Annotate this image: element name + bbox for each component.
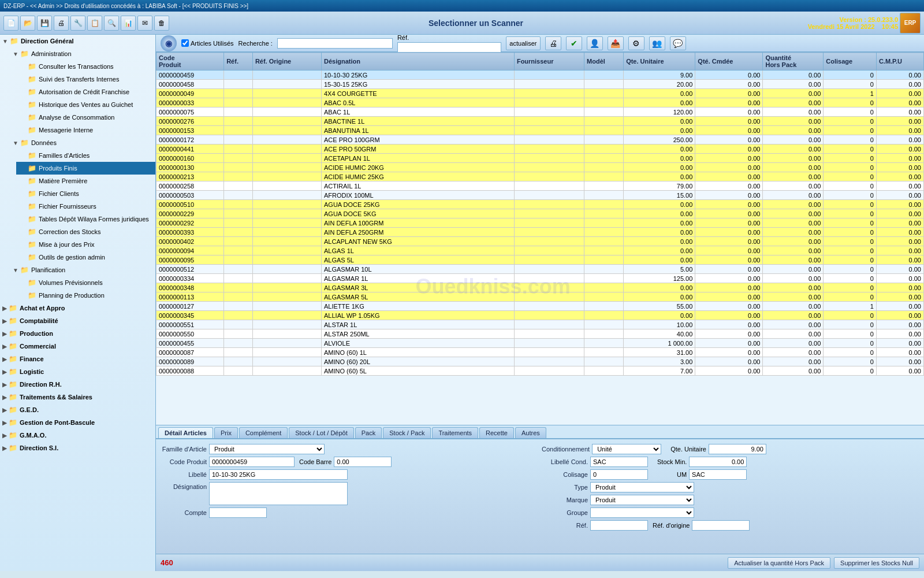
table-row[interactable]: 0000000510 AGUA DOCE 25KG 0.00 0.00 0.00… — [157, 200, 924, 209]
sidebar-item-analyse-conso[interactable]: 📁Analyse de Consommation — [16, 111, 155, 124]
qte-unitaire-input[interactable] — [709, 444, 766, 454]
code-produit-input[interactable] — [209, 457, 295, 467]
sidebar-item-familles-articles[interactable]: 📁Familles d'Articles — [16, 149, 155, 162]
actualiser-btn[interactable]: actualiser — [506, 36, 541, 50]
sidebar-item-achat-appro[interactable]: ▶ 📁 Achat et Appro — [0, 302, 155, 314]
table-row[interactable]: 0000000550 ALSTAR 250ML 40.00 0.00 0.00 … — [157, 329, 924, 339]
libelle-input[interactable] — [209, 469, 348, 480]
sidebar-item-direction-rh[interactable]: ▶ 📁 Direction R.H. — [0, 378, 155, 391]
table-row[interactable]: 0000000113 ALGASMAR 5L 0.00 0.00 0.00 0 … — [157, 292, 924, 302]
table-row[interactable]: 0000000213 ACIDE HUMIC 25KG 0.00 0.00 0.… — [157, 172, 924, 181]
col-fournisseur[interactable]: Fournisseur — [514, 53, 584, 71]
tb8[interactable]: 📊 — [121, 16, 136, 31]
tab-pack[interactable]: Pack — [355, 427, 382, 438]
person2-btn[interactable]: 👥 — [649, 36, 665, 50]
table-row[interactable]: 0000000345 ALLIAL WP 1.05KG 0.00 0.00 0.… — [157, 311, 924, 320]
table-row[interactable]: 0000000229 AGUA DOCE 5KG 0.00 0.00 0.00 … — [157, 209, 924, 218]
print-btn2[interactable]: 🖨 — [545, 36, 561, 50]
save-btn[interactable]: 💾 — [37, 16, 52, 31]
sidebar-item-traitements[interactable]: ▶ 📁 Traitements && Salaires — [0, 391, 155, 403]
sidebar-item-planning-production[interactable]: 📁Planning de Production — [16, 289, 155, 302]
sidebar-item-donnees[interactable]: ▼ 📁 Données — [8, 136, 155, 149]
table-row[interactable]: 0000000160 ACETAPLAN 1L 0.00 0.00 0.00 0… — [157, 154, 924, 163]
person-btn[interactable]: 👤 — [587, 36, 603, 50]
table-row[interactable]: 0000000402 ALCAPLANT NEW 5KG 0.00 0.00 0… — [157, 237, 924, 246]
table-row[interactable]: 0000000258 ACTIRAIL 1L 79.00 0.00 0.00 0… — [157, 181, 924, 191]
tab-prix[interactable]: Prix — [214, 427, 238, 438]
table-row[interactable]: 0000000512 ALGASMAR 10L 5.00 0.00 0.00 0… — [157, 265, 924, 274]
col-cmpu[interactable]: C.M.P.U — [876, 53, 923, 71]
config-btn[interactable]: ⚙ — [628, 36, 644, 50]
sidebar-item-gestion-pont[interactable]: ▶ 📁 Gestion de Pont-Bascule — [0, 416, 155, 429]
sidebar-item-fichier-clients[interactable]: 📁Fichier Clients — [16, 187, 155, 200]
sidebar-item-produits-finis[interactable]: 📁Produits Finis — [16, 162, 155, 175]
tab-compl-ment[interactable]: Complément — [239, 427, 288, 438]
table-row[interactable]: 0000000334 ALGASMAR 1L 125.00 0.00 0.00 … — [157, 274, 924, 283]
groupe-select[interactable] — [590, 507, 694, 518]
tab-d-tail-articles[interactable]: Détail Articles — [158, 427, 213, 438]
products-table-container[interactable]: Ouedkniss.com CodeProduit Réf. Réf. Orig… — [156, 52, 924, 425]
sidebar-item-historique-ventes[interactable]: 📁Historique des Ventes au Guichet — [16, 98, 155, 111]
tab-autres[interactable]: Autres — [515, 427, 546, 438]
sidebar-item-outils-gestion[interactable]: 📁Outils de gestion admin — [16, 251, 155, 264]
print-btn[interactable]: 🖨 — [54, 16, 69, 31]
sidebar-item-correction-stocks[interactable]: 📁Correction des Stocks — [16, 225, 155, 238]
sidebar-item-direction-general[interactable]: ▼ 📁 Direction Général — [0, 35, 155, 47]
sidebar-item-matiere-premiere[interactable]: 📁Matière Première — [16, 175, 155, 187]
col-ref-origine[interactable]: Réf. Origine — [252, 53, 321, 71]
sidebar-item-logistic[interactable]: ▶ 📁 Logistic — [0, 365, 155, 378]
ref-input[interactable] — [397, 42, 501, 53]
table-row[interactable]: 0000000049 4X4 COURGETTE 0.00 0.00 0.00 … — [157, 89, 924, 98]
ref-origine-input[interactable] — [692, 520, 750, 531]
sidebar-item-suivi-transferts[interactable]: 📁Suivi des Transferts Internes — [16, 73, 155, 86]
sidebar-item-volumes-prev[interactable]: 📁Volumes Prévisionnels — [16, 276, 155, 289]
sidebar-item-fichier-fournisseurs[interactable]: 📁Fichier Fournisseurs — [16, 200, 155, 213]
sidebar-item-direction-si[interactable]: ▶ 📁 Direction S.I. — [0, 442, 155, 454]
designation-textarea[interactable] — [209, 482, 348, 505]
table-row[interactable]: 0000000393 AIN DEFLA 250GRM 0.00 0.00 0.… — [157, 228, 924, 237]
table-row[interactable]: 0000000088 AMINO (60) 5L 7.00 0.00 0.00 … — [157, 366, 924, 376]
table-row[interactable]: 0000000276 ABACTINE 1L 0.00 0.00 0.00 0 … — [157, 117, 924, 126]
open-btn[interactable]: 📂 — [20, 16, 35, 31]
ref-field-input[interactable] — [590, 520, 648, 531]
table-row[interactable]: 0000000087 AMINO (60) 1L 31.00 0.00 0.00… — [157, 348, 924, 357]
table-row[interactable]: 0000000503 AFRODIX 100ML 15.00 0.00 0.00… — [157, 191, 924, 200]
articles-utilises-checkbox[interactable] — [181, 39, 189, 47]
table-row[interactable]: 0000000172 ACE PRO 100GRM 250.00 0.00 0.… — [157, 135, 924, 144]
actualiser-hors-pack-btn[interactable]: Actualiser la quantité Hors Pack — [728, 557, 830, 569]
marque-select[interactable]: Produit — [590, 495, 694, 505]
sidebar-item-commercial[interactable]: ▶ 📁 Commercial — [0, 340, 155, 353]
export-btn[interactable]: 📤 — [608, 36, 624, 50]
table-row[interactable]: 0000000455 ALVIOLE 1 000.00 0.00 0.00 0 … — [157, 339, 924, 348]
sidebar-item-mise-jour-prix[interactable]: 📁Mise à jour des Prix — [16, 238, 155, 251]
sidebar-item-autorisation-credit[interactable]: 📁Autorisation de Crédit Franchise — [16, 86, 155, 98]
articles-utilises-label[interactable]: Articles Utilisés — [181, 39, 234, 47]
libelle-cond-input[interactable] — [590, 457, 648, 467]
col-code-produit[interactable]: CodeProduit — [157, 53, 224, 71]
sidebar-item-administration[interactable]: ▼ 📁 Administration — [8, 47, 155, 60]
col-ref[interactable]: Réf. — [224, 53, 253, 71]
table-row[interactable]: 0000000153 ABANUTINA 1L 0.00 0.00 0.00 0… — [157, 126, 924, 135]
sidebar-item-planification[interactable]: ▼ 📁 Planification — [8, 264, 155, 276]
sidebar-item-comptabilite[interactable]: ▶ 📁 Comptabilité — [0, 314, 155, 327]
logo-btn[interactable]: ERP — [900, 13, 921, 34]
table-row[interactable]: 0000000075 ABAC 1L 120.00 0.00 0.00 0 0.… — [157, 108, 924, 117]
tab-recette[interactable]: Recette — [479, 427, 514, 438]
col-qte-hors-pack[interactable]: QuantitéHors Pack — [763, 53, 824, 71]
sidebar-item-production[interactable]: ▶ 📁 Production — [0, 327, 155, 340]
tab-stock---pack[interactable]: Stock / Pack — [383, 427, 431, 438]
table-row[interactable]: 0000000089 AMINO (60) 20L 3.00 0.00 0.00… — [157, 357, 924, 366]
tb6[interactable]: 📋 — [87, 16, 102, 31]
conditionnement-select[interactable]: Unité — [592, 444, 661, 454]
supprimer-stocks-null-btn[interactable]: Supprimer les Stocks Null — [834, 557, 919, 569]
stock-min-input[interactable] — [689, 457, 747, 467]
type-select[interactable]: Produit — [590, 482, 694, 492]
table-row[interactable]: 0000000551 ALSTAR 1L 10.00 0.00 0.00 0 0… — [157, 320, 924, 329]
table-row[interactable]: 0000000033 ABAC 0.5L 0.00 0.00 0.00 0 0.… — [157, 98, 924, 108]
sidebar-item-ged[interactable]: ▶ 📁 G.E.D. — [0, 403, 155, 416]
compte-input[interactable] — [209, 507, 267, 518]
table-row[interactable]: 0000000095 ALGAS 5L 0.00 0.00 0.00 0 0.0… — [157, 255, 924, 265]
sidebar-item-gmao[interactable]: ▶ 📁 G.M.A.O. — [0, 429, 155, 442]
famille-select[interactable]: Produit — [209, 444, 325, 454]
col-qte-cmdee[interactable]: Qté. Cmdée — [695, 53, 763, 71]
